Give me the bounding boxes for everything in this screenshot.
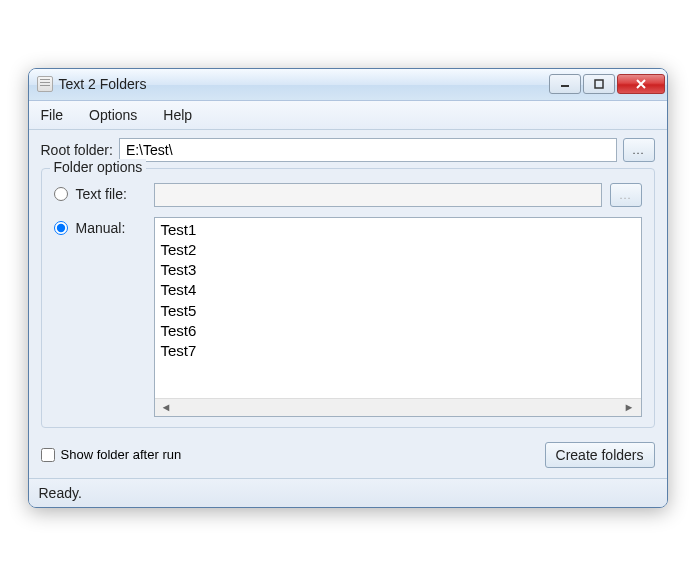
menubar: File Options Help [29,101,667,130]
maximize-icon [594,79,604,89]
folder-options-title: Folder options [50,159,147,175]
scroll-left-icon[interactable]: ◄ [157,401,176,413]
scroll-right-icon[interactable]: ► [620,401,639,413]
close-icon [635,79,647,89]
svg-rect-0 [561,85,569,87]
text-file-radio[interactable] [54,187,68,201]
folder-options-group: Folder options Text file: ... Manual: ◄ … [41,168,655,428]
app-window: Text 2 Folders File Options Help Root fo… [28,68,668,508]
text-file-label[interactable]: Text file: [76,183,146,202]
client-area: Root folder: ... Folder options Text fil… [29,130,667,478]
manual-label[interactable]: Manual: [76,217,146,236]
menu-help[interactable]: Help [159,105,196,125]
menu-options[interactable]: Options [85,105,141,125]
root-folder-input[interactable] [119,138,617,162]
show-folder-checkbox[interactable] [41,448,55,462]
maximize-button[interactable] [583,74,615,94]
create-folders-button[interactable]: Create folders [545,442,655,468]
menu-file[interactable]: File [37,105,68,125]
manual-textarea[interactable] [155,218,641,398]
show-folder-label: Show folder after run [61,447,182,462]
root-folder-label: Root folder: [41,142,113,158]
svg-rect-1 [595,80,603,88]
text-file-browse-button: ... [610,183,642,207]
text-file-row: Text file: ... [54,183,642,207]
bottom-row: Show folder after run Create folders [41,438,655,478]
status-text: Ready. [39,485,82,501]
close-button[interactable] [617,74,665,94]
manual-radio[interactable] [54,221,68,235]
window-controls [549,74,665,94]
minimize-button[interactable] [549,74,581,94]
text-file-input [154,183,602,207]
titlebar[interactable]: Text 2 Folders [29,69,667,101]
window-title: Text 2 Folders [59,76,549,92]
manual-textarea-container: ◄ ► [154,217,642,417]
minimize-icon [560,79,570,89]
manual-row: Manual: ◄ ► [54,217,642,417]
statusbar: Ready. [29,478,667,507]
show-folder-wrap[interactable]: Show folder after run [41,447,182,462]
horizontal-scrollbar[interactable]: ◄ ► [155,398,641,416]
root-folder-browse-button[interactable]: ... [623,138,655,162]
app-icon [37,76,53,92]
